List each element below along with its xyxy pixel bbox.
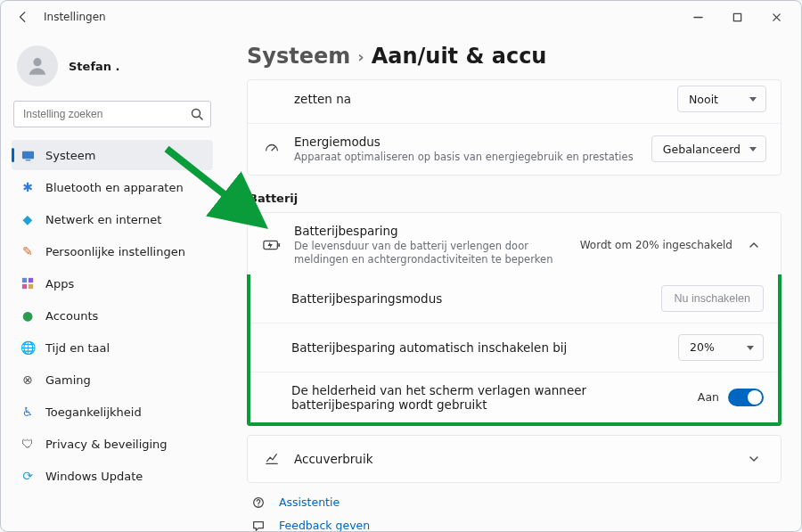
back-button[interactable] xyxy=(13,7,33,27)
sidebar-item-label: Toegankelijkheid xyxy=(45,405,142,419)
svg-rect-10 xyxy=(278,243,280,247)
help-icon xyxy=(249,495,268,510)
battery-usage-label: Accuverbruik xyxy=(294,452,729,466)
shield-icon: 🛡 xyxy=(20,437,35,451)
battery-brightness-label: De helderheid van het scherm verlagen wa… xyxy=(291,383,666,412)
search-input[interactable] xyxy=(13,101,211,127)
main-panel: Systeem › Aan/uit & accu zetten na Nooit xyxy=(222,33,801,531)
svg-rect-4 xyxy=(25,160,30,160)
sidebar-item-gaming[interactable]: ⊗ Gaming xyxy=(12,364,213,395)
toggle-state-label: Aan xyxy=(698,390,719,404)
breadcrumb-current: Aan/uit & accu xyxy=(372,44,547,69)
sidebar-item-systeem[interactable]: Systeem xyxy=(12,140,213,170)
sidebar-item-update[interactable]: ⟳ Windows Update xyxy=(12,461,213,491)
settings-window: Instellingen Stefan . xyxy=(0,0,802,532)
svg-rect-6 xyxy=(29,278,33,282)
chart-icon xyxy=(262,452,282,466)
sidebar-item-label: Netwerk en internet xyxy=(45,213,161,226)
accessibility-icon: ♿ xyxy=(20,405,35,419)
battery-section-heading: Batterij xyxy=(249,192,782,205)
energy-select[interactable]: Gebalanceerd xyxy=(651,135,766,162)
enable-now-button[interactable]: Nu inschakelen xyxy=(661,285,764,312)
chevron-right-icon: › xyxy=(357,47,364,66)
battery-mode-row: Batterijbesparingsmodus Nu inschakelen xyxy=(250,274,778,323)
breadcrumb-parent[interactable]: Systeem xyxy=(247,44,350,69)
sidebar-item-label: Windows Update xyxy=(45,470,143,483)
bluetooth-icon: ✱ xyxy=(20,180,35,194)
svg-rect-0 xyxy=(733,13,741,20)
battery-auto-row: Batterijbesparing automatisch inschakele… xyxy=(250,323,778,372)
svg-point-2 xyxy=(192,110,200,118)
svg-rect-3 xyxy=(21,151,33,158)
battery-saver-title: Batterijbesparing xyxy=(294,224,568,238)
svg-point-12 xyxy=(258,505,258,506)
battery-mode-label: Batterijbesparingsmodus xyxy=(291,291,649,306)
battery-saver-icon xyxy=(262,239,282,251)
apps-icon xyxy=(20,276,35,291)
minimize-button[interactable] xyxy=(678,4,717,30)
chevron-down-icon[interactable] xyxy=(741,446,766,471)
svg-rect-5 xyxy=(22,278,27,282)
svg-point-1 xyxy=(33,58,41,66)
user-name: Stefan . xyxy=(69,60,120,73)
power-card: zetten na Nooit Energiemodus Apparaat op… xyxy=(247,79,782,176)
nav-list: Systeem ✱ Bluetooth en apparaten ◆ Netwe… xyxy=(12,140,213,491)
sidebar-item-label: Systeem xyxy=(45,149,95,162)
svg-rect-8 xyxy=(29,284,33,289)
sidebar-item-privacy[interactable]: 🛡 Privacy & beveiliging xyxy=(12,429,213,459)
sidebar-item-tijd[interactable]: 🌐 Tijd en taal xyxy=(12,332,213,363)
breadcrumb: Systeem › Aan/uit & accu xyxy=(247,44,782,69)
sidebar-item-persoonlijke[interactable]: ✎ Persoonlijke instellingen xyxy=(12,236,213,266)
close-button[interactable] xyxy=(757,4,796,30)
sidebar-item-bluetooth[interactable]: ✱ Bluetooth en apparaten xyxy=(12,172,213,202)
sidebar-item-label: Bluetooth en apparaten xyxy=(45,181,184,194)
sidebar-item-label: Tijd en taal xyxy=(45,341,110,355)
search-icon xyxy=(190,107,204,121)
battery-brightness-row: De helderheid van het scherm verlagen wa… xyxy=(250,372,778,422)
accounts-icon: ● xyxy=(20,308,35,323)
sidebar-item-label: Accounts xyxy=(45,309,98,323)
battery-usage-card[interactable]: Accuverbruik xyxy=(247,435,782,483)
avatar xyxy=(17,45,58,86)
sleep-select[interactable]: Nooit xyxy=(677,86,766,112)
globe-icon: 🌐 xyxy=(20,340,35,355)
sidebar-item-netwerk[interactable]: ◆ Netwerk en internet xyxy=(12,204,213,234)
sidebar: Stefan . Systeem ✱ Bluetooth en apparate… xyxy=(1,33,222,531)
battery-saver-card: Batterijbesparing De levensduur van de b… xyxy=(247,212,782,278)
window-title: Instellingen xyxy=(44,11,106,23)
sidebar-item-apps[interactable]: Apps xyxy=(12,268,213,299)
chevron-up-icon[interactable] xyxy=(741,233,766,258)
search-box[interactable] xyxy=(13,101,211,127)
pencil-icon: ✎ xyxy=(20,244,35,258)
sleep-label: zetten na xyxy=(294,92,665,106)
sleep-row[interactable]: zetten na Nooit xyxy=(248,80,781,124)
update-icon: ⟳ xyxy=(20,469,35,483)
sidebar-item-toegankelijkheid[interactable]: ♿ Toegankelijkheid xyxy=(12,397,213,427)
battery-saver-sub: De levensduur van de batterij verlengen … xyxy=(294,240,568,266)
user-block[interactable]: Stefan . xyxy=(12,40,213,99)
titlebar: Instellingen xyxy=(1,1,801,33)
battery-saver-status: Wordt om 20% ingeschakeld xyxy=(580,239,732,251)
maximize-button[interactable] xyxy=(717,4,757,30)
gaming-icon: ⊗ xyxy=(20,372,35,387)
sidebar-item-accounts[interactable]: ● Accounts xyxy=(12,300,213,331)
sidebar-item-label: Privacy & beveiliging xyxy=(45,438,168,451)
energy-title: Energiemodus xyxy=(294,135,639,149)
sidebar-item-label: Gaming xyxy=(45,373,91,387)
energy-sub: Apparaat optimaliseren op basis van ener… xyxy=(294,151,639,164)
sidebar-item-label: Persoonlijke instellingen xyxy=(45,245,185,258)
brightness-toggle[interactable] xyxy=(728,389,764,406)
battery-saver-expanded: Batterijbesparingsmodus Nu inschakelen B… xyxy=(247,274,782,426)
power-mode-icon xyxy=(262,141,282,157)
wifi-icon: ◆ xyxy=(20,212,35,226)
feedback-link[interactable]: Feedback geven xyxy=(249,519,782,531)
systeem-icon xyxy=(20,148,35,162)
svg-rect-7 xyxy=(22,284,27,289)
help-link[interactable]: Assistentie xyxy=(249,495,782,510)
battery-saver-row[interactable]: Batterijbesparing De levensduur van de b… xyxy=(248,213,781,277)
battery-auto-select[interactable]: 20% xyxy=(678,334,764,361)
window-controls xyxy=(678,4,796,30)
feedback-icon xyxy=(249,519,268,531)
sidebar-item-label: Apps xyxy=(45,277,74,291)
energy-row[interactable]: Energiemodus Apparaat optimaliseren op b… xyxy=(248,124,781,175)
